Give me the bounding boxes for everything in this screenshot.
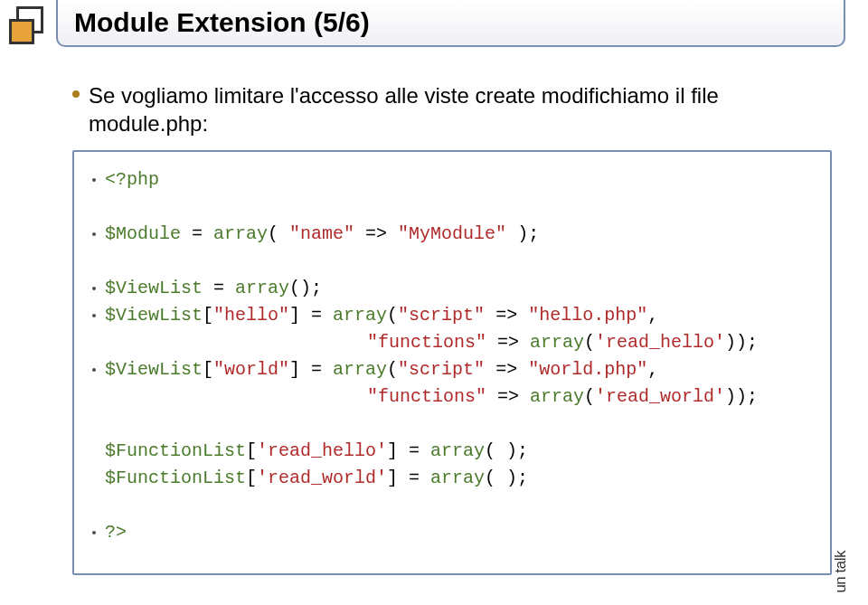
code-token: ] = — [387, 440, 430, 461]
list-dot-icon — [92, 531, 96, 534]
code-token: = — [203, 278, 235, 298]
code-token: ( ); — [485, 468, 528, 488]
code-token: <?php — [105, 166, 159, 194]
code-line: <?php — [92, 166, 812, 194]
code-line: $FunctionList['read_hello'] = array( ); — [92, 438, 812, 465]
code-token: , — [647, 359, 658, 380]
code-token: array — [530, 332, 584, 353]
code-line: $ViewList = array(); — [92, 275, 812, 302]
code-token: 'read_hello' — [257, 440, 387, 461]
code-token: $ViewList — [105, 278, 203, 298]
list-dot-icon — [92, 368, 96, 372]
bullet-icon — [72, 90, 80, 98]
code-token: 'read_hello' — [595, 332, 725, 353]
code-token: ( ); — [485, 440, 528, 461]
code-token: $FunctionList — [105, 440, 246, 461]
code-token: )); — [725, 386, 758, 407]
code-token: => — [485, 359, 528, 380]
code-token: ); — [506, 223, 539, 244]
list-dot-icon — [92, 232, 96, 236]
code-token: "script" — [398, 359, 485, 380]
slide-decor-squares — [9, 5, 54, 50]
code-token: "hello" — [213, 305, 289, 326]
code-token: , — [647, 305, 658, 326]
list-dot-icon — [92, 314, 96, 317]
code-token: => — [354, 223, 398, 244]
code-token: array — [213, 223, 268, 244]
code-token: "world" — [213, 359, 289, 380]
code-token: (); — [289, 278, 322, 298]
bullet-text: Se vogliamo limitare l'accesso alle vist… — [89, 81, 832, 137]
code-token: ( — [584, 332, 595, 353]
code-line: $ViewList["hello"] = array("script" => "… — [92, 302, 812, 329]
code-token: "world.php" — [528, 359, 647, 380]
code-token: "hello.php" — [528, 305, 647, 326]
code-token: "name" — [289, 223, 354, 244]
bullet-row: Se vogliamo limitare l'accesso alle vist… — [72, 81, 832, 137]
code-token: 'read_world' — [257, 468, 387, 488]
list-dot-icon — [92, 178, 96, 182]
code-token: "functions" — [367, 386, 486, 407]
code-token: $Module — [105, 223, 181, 244]
code-token: ( — [584, 386, 595, 407]
code-line: ?> — [92, 519, 812, 546]
code-token: = — [181, 223, 213, 244]
slide-content: Se vogliamo limitare l'accesso alle vist… — [72, 81, 832, 575]
code-token: "MyModule" — [398, 223, 506, 244]
code-block: <?php $Module = array( "name" => "MyModu… — [72, 150, 832, 575]
code-token: => — [486, 386, 530, 407]
code-token: $ViewList — [105, 359, 203, 380]
code-token: ( — [387, 359, 398, 380]
code-token: array — [333, 305, 387, 326]
code-token: ( — [268, 223, 289, 244]
code-token: array — [333, 359, 387, 380]
code-token: ] = — [289, 359, 333, 380]
code-line: $ViewList["world"] = array("script" => "… — [92, 356, 812, 383]
code-token: ( — [387, 305, 398, 326]
code-token: [ — [246, 440, 257, 461]
code-line: "functions" => array('read_world')); — [92, 383, 812, 411]
code-token: => — [486, 332, 530, 353]
code-token: array — [430, 468, 485, 488]
code-token: [ — [203, 305, 213, 326]
list-dot-icon — [92, 287, 96, 290]
slide-title: Module Extension (5/6) — [74, 7, 370, 38]
title-bar: Module Extension (5/6) — [56, 0, 845, 47]
footer-logo: un talk — [832, 551, 850, 598]
code-token: [ — [203, 359, 213, 380]
code-token: array — [430, 440, 485, 461]
code-token: ?> — [105, 519, 127, 546]
code-token: 'read_world' — [595, 386, 725, 407]
code-token: ] = — [289, 305, 333, 326]
code-token: $ViewList — [105, 305, 203, 326]
code-token: "script" — [398, 305, 485, 326]
code-line: $Module = array( "name" => "MyModule" ); — [92, 221, 812, 248]
code-token: $FunctionList — [105, 468, 246, 488]
code-line: $FunctionList['read_world'] = array( ); — [92, 465, 812, 492]
code-token: "functions" — [367, 332, 486, 353]
code-token: => — [485, 305, 528, 326]
footer-text: un talk — [832, 551, 850, 593]
code-token: )); — [725, 332, 758, 353]
code-token: [ — [246, 468, 257, 488]
code-token: array — [235, 278, 289, 298]
code-line: "functions" => array('read_hello')); — [92, 329, 812, 356]
code-token: ] = — [387, 468, 430, 488]
code-token: array — [530, 386, 584, 407]
